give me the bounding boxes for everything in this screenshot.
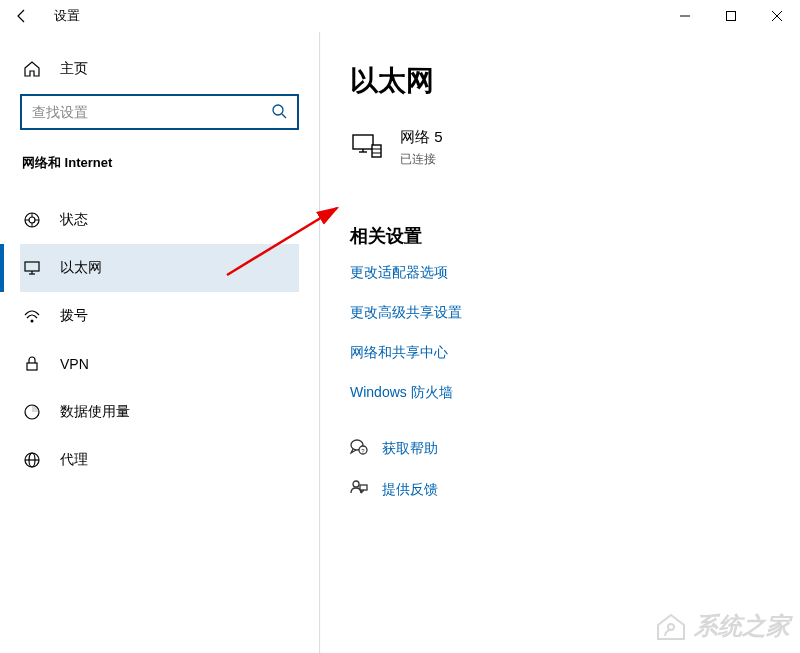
network-name: 网络 5 — [400, 128, 443, 147]
vpn-icon — [22, 355, 42, 373]
window-controls — [662, 0, 800, 32]
help-icon: ? — [350, 438, 368, 459]
sidebar-item-data-usage[interactable]: 数据使用量 — [20, 388, 299, 436]
svg-point-28 — [353, 481, 359, 487]
sidebar-item-label: 代理 — [60, 451, 88, 469]
svg-rect-10 — [25, 262, 39, 271]
minimize-button[interactable] — [662, 0, 708, 32]
svg-rect-29 — [360, 485, 367, 490]
sidebar-item-status[interactable]: 状态 — [20, 196, 299, 244]
sidebar-item-label: 拨号 — [60, 307, 88, 325]
data-usage-icon — [22, 403, 42, 421]
search-input[interactable] — [32, 104, 271, 120]
sidebar-item-vpn[interactable]: VPN — [20, 340, 299, 388]
svg-rect-19 — [353, 135, 373, 149]
home-nav[interactable]: 主页 — [20, 52, 299, 94]
window-title: 设置 — [54, 7, 80, 25]
svg-point-5 — [29, 217, 35, 223]
feedback-link[interactable]: 提供反馈 — [382, 481, 438, 499]
network-item[interactable]: 网络 5 已连接 — [350, 128, 770, 168]
sidebar-item-label: 数据使用量 — [60, 403, 130, 421]
related-settings-title: 相关设置 — [350, 224, 770, 248]
sidebar-item-label: 以太网 — [60, 259, 102, 277]
main-panel: 以太网 网络 5 已连接 相关设置 更改适配器选项 更改高级共享设置 网络和共享… — [320, 32, 800, 653]
feedback-icon — [350, 479, 368, 500]
ethernet-icon — [22, 259, 42, 277]
sidebar-item-proxy[interactable]: 代理 — [20, 436, 299, 484]
dialup-icon — [22, 307, 42, 325]
search-box[interactable] — [20, 94, 299, 130]
feedback-row[interactable]: 提供反馈 — [350, 479, 770, 500]
svg-line-3 — [282, 114, 286, 118]
back-button[interactable] — [0, 0, 44, 32]
maximize-button[interactable] — [708, 0, 754, 32]
network-status: 已连接 — [400, 151, 443, 168]
sidebar-item-label: 状态 — [60, 211, 88, 229]
help-link[interactable]: 获取帮助 — [382, 440, 438, 458]
sidebar: 主页 网络和 Internet 状态 以太网 拨号 — [0, 32, 320, 653]
sidebar-item-label: VPN — [60, 356, 89, 372]
sidebar-item-dialup[interactable]: 拨号 — [20, 292, 299, 340]
link-sharing-settings[interactable]: 更改高级共享设置 — [350, 304, 770, 322]
svg-rect-1 — [727, 12, 736, 21]
home-icon — [22, 60, 42, 78]
close-button[interactable] — [754, 0, 800, 32]
svg-rect-14 — [27, 363, 37, 370]
page-title: 以太网 — [350, 62, 770, 100]
divider — [319, 32, 321, 653]
link-firewall[interactable]: Windows 防火墙 — [350, 384, 770, 402]
category-label: 网络和 Internet — [20, 154, 299, 172]
home-label: 主页 — [60, 60, 88, 78]
svg-rect-22 — [372, 145, 381, 157]
svg-point-2 — [273, 105, 283, 115]
network-icon — [350, 130, 384, 167]
status-icon — [22, 211, 42, 229]
link-change-adapter[interactable]: 更改适配器选项 — [350, 264, 770, 282]
proxy-icon — [22, 451, 42, 469]
link-network-center[interactable]: 网络和共享中心 — [350, 344, 770, 362]
get-help-row[interactable]: ? 获取帮助 — [350, 438, 770, 459]
svg-point-13 — [31, 320, 34, 323]
sidebar-item-ethernet[interactable]: 以太网 — [20, 244, 299, 292]
search-icon — [271, 103, 287, 122]
titlebar: 设置 — [0, 0, 800, 32]
